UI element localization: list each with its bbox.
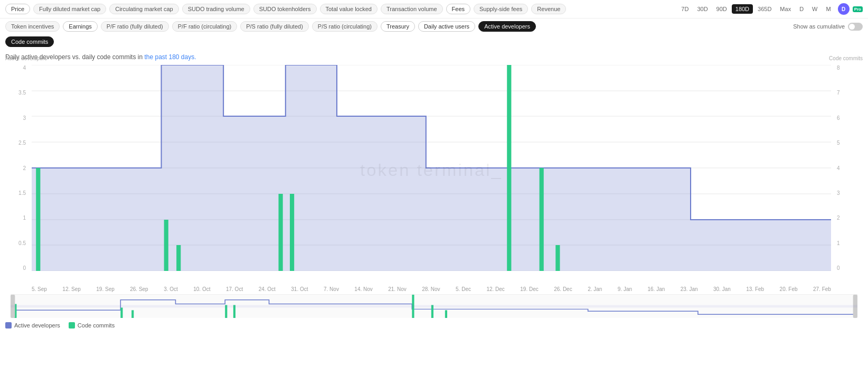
legend-label-active-devs: Active developers bbox=[14, 322, 60, 329]
pill-pf-fd[interactable]: P/F ratio (fully diluted) bbox=[101, 21, 169, 32]
svg-rect-12 bbox=[278, 194, 282, 271]
second-pills-bar: Token incentives Earnings P/F ratio (ful… bbox=[0, 18, 868, 34]
y-label-right-5: 5 bbox=[837, 140, 840, 146]
time-30d[interactable]: 30D bbox=[693, 4, 711, 14]
x-label-26dec: 26. Dec bbox=[554, 286, 572, 292]
pill-fees[interactable]: Fees bbox=[446, 4, 470, 14]
pill-ps-circ[interactable]: P/S ratio (circulating) bbox=[312, 21, 378, 32]
top-bar-right: 7D 30D 90D 180D 365D Max D W M D Pro bbox=[677, 3, 863, 15]
svg-rect-19 bbox=[120, 307, 122, 318]
x-label-12dec: 12. Dec bbox=[486, 286, 504, 292]
y-label-right-0: 0 bbox=[837, 265, 840, 271]
pill-pf-circ[interactable]: P/F ratio (circulating) bbox=[172, 21, 237, 32]
chart-area: Daily active developers vs. daily code c… bbox=[0, 49, 868, 318]
x-label-10oct: 10. Oct bbox=[193, 286, 210, 292]
svg-rect-15 bbox=[540, 168, 544, 271]
second-bar-right: Show as cumulative bbox=[793, 23, 863, 31]
svg-rect-14 bbox=[507, 65, 511, 271]
x-label-30jan: 30. Jan bbox=[713, 286, 731, 292]
chart-svg: token terminal_ bbox=[32, 65, 831, 271]
x-label-17oct: 17. Oct bbox=[226, 286, 243, 292]
time-m[interactable]: M bbox=[822, 4, 834, 14]
pill-supply-fees[interactable]: Supply-side fees bbox=[474, 4, 528, 14]
pill-code-commits[interactable]: Code commits bbox=[5, 36, 54, 47]
mini-chart[interactable] bbox=[11, 294, 857, 318]
svg-rect-11 bbox=[176, 245, 181, 271]
pill-treasury[interactable]: Treasury bbox=[381, 21, 415, 32]
x-label-20feb: 20. Feb bbox=[780, 286, 798, 292]
pill-sudo-vol[interactable]: SUDO trading volume bbox=[182, 4, 250, 14]
pill-sudo-token[interactable]: SUDO tokenholders bbox=[253, 4, 317, 14]
time-d[interactable]: D bbox=[796, 4, 807, 14]
y-title-left: Active developers bbox=[5, 55, 47, 61]
y-label-left-2: 2 bbox=[23, 165, 26, 171]
y-label-right-2: 2 bbox=[837, 215, 840, 221]
svg-rect-28 bbox=[11, 305, 857, 308]
x-label-7nov: 7. Nov bbox=[324, 286, 339, 292]
x-label-16jan: 16. Jan bbox=[648, 286, 665, 292]
svg-rect-10 bbox=[164, 220, 168, 271]
x-axis: 5. Sep 12. Sep 19. Sep 26. Sep 3. Oct 10… bbox=[32, 284, 831, 292]
svg-rect-20 bbox=[131, 310, 134, 318]
x-label-19dec: 19. Dec bbox=[520, 286, 538, 292]
y-label-left-25: 2.5 bbox=[18, 140, 26, 146]
svg-rect-13 bbox=[290, 194, 294, 271]
svg-rect-9 bbox=[36, 168, 40, 271]
chart-container: 0 0.5 1 1.5 2 2.5 3 3.5 4 0 1 2 3 4 5 6 … bbox=[5, 65, 863, 292]
y-label-right-3: 3 bbox=[837, 190, 840, 196]
x-label-12sep: 12. Sep bbox=[62, 286, 80, 292]
y-label-right-6: 6 bbox=[837, 115, 840, 121]
y-axis-left: 0 0.5 1 1.5 2 2.5 3 3.5 4 bbox=[5, 65, 29, 271]
y-label-left-35: 3.5 bbox=[18, 90, 26, 96]
x-label-31oct: 31. Oct bbox=[291, 286, 308, 292]
time-w[interactable]: W bbox=[808, 4, 821, 14]
cumulative-toggle[interactable] bbox=[848, 23, 863, 31]
pro-badge: Pro bbox=[853, 6, 863, 12]
y-label-right-8: 8 bbox=[837, 65, 840, 71]
pill-tx-vol[interactable]: Transaction volume bbox=[381, 4, 443, 14]
y-label-left-1: 1 bbox=[23, 215, 26, 221]
legend-label-code-commits: Code commits bbox=[78, 322, 115, 329]
pill-dau[interactable]: Daily active users bbox=[418, 21, 475, 32]
pill-revenue[interactable]: Revenue bbox=[531, 4, 566, 14]
y-label-left-4: 4 bbox=[23, 65, 26, 71]
x-label-14nov: 14. Nov bbox=[354, 286, 372, 292]
pill-token-incentives[interactable]: Token incentives bbox=[5, 21, 60, 32]
legend-dot-code-commits bbox=[69, 322, 75, 329]
pill-earnings[interactable]: Earnings bbox=[63, 21, 97, 32]
y-label-right-4: 4 bbox=[837, 165, 840, 171]
chart-inner: token terminal_ bbox=[32, 65, 831, 271]
time-180d[interactable]: 180D bbox=[732, 4, 753, 14]
pill-ps-fd[interactable]: P/S ratio (fully diluted) bbox=[240, 21, 309, 32]
x-label-3oct: 3. Oct bbox=[164, 286, 178, 292]
y-title-right: Code commits bbox=[829, 55, 863, 61]
x-label-13feb: 13. Feb bbox=[746, 286, 764, 292]
legend-active-devs: Active developers bbox=[5, 322, 60, 329]
top-pills-bar: Price Fully diluted market cap Circulati… bbox=[0, 0, 868, 18]
y-label-right-1: 1 bbox=[837, 240, 840, 246]
x-label-21nov: 21. Nov bbox=[388, 286, 406, 292]
legend: Active developers Code commits bbox=[0, 318, 868, 333]
time-90d[interactable]: 90D bbox=[713, 4, 731, 14]
x-label-5sep: 5. Sep bbox=[32, 286, 47, 292]
svg-rect-25 bbox=[445, 310, 447, 318]
x-label-5dec: 5. Dec bbox=[456, 286, 471, 292]
x-label-27feb: 27. Feb bbox=[813, 286, 831, 292]
pill-fdmc[interactable]: Fully diluted market cap bbox=[33, 4, 106, 14]
time-365d[interactable]: 365D bbox=[754, 4, 775, 14]
time-7d[interactable]: 7D bbox=[677, 4, 692, 14]
show-as-cumulative-label: Show as cumulative bbox=[793, 23, 845, 30]
y-label-left-05: 0.5 bbox=[18, 240, 26, 246]
pill-active-devs[interactable]: Active developers bbox=[478, 21, 536, 32]
time-max[interactable]: Max bbox=[776, 4, 795, 14]
chart-description: Daily active developers vs. daily code c… bbox=[5, 53, 863, 61]
pill-price[interactable]: Price bbox=[5, 4, 30, 14]
x-label-9jan: 9. Jan bbox=[618, 286, 632, 292]
avatar[interactable]: D bbox=[838, 3, 850, 15]
x-label-23jan: 23. Jan bbox=[681, 286, 698, 292]
pill-cmc[interactable]: Circulating market cap bbox=[109, 4, 178, 14]
legend-code-commits: Code commits bbox=[69, 322, 115, 329]
y-axis-right: 0 1 2 3 4 5 6 7 8 bbox=[834, 65, 863, 271]
pill-tvl[interactable]: Total value locked bbox=[320, 4, 378, 14]
watermark-text: token terminal_ bbox=[360, 161, 503, 180]
